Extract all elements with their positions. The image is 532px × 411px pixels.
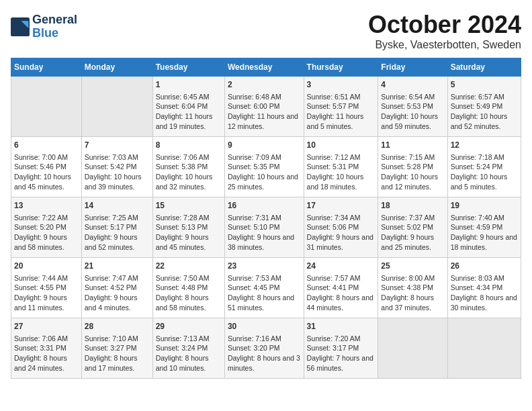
sunrise-text: Sunrise: 7:15 AM	[381, 152, 444, 163]
calendar-table: Sunday Monday Tuesday Wednesday Thursday…	[11, 58, 521, 379]
sunrise-text: Sunrise: 6:45 AM	[156, 92, 222, 102]
calendar-cell: 13Sunrise: 7:22 AMSunset: 5:20 PMDayligh…	[11, 197, 82, 258]
calendar-cell: 17Sunrise: 7:34 AMSunset: 5:06 PMDayligh…	[304, 197, 378, 258]
sunrise-text: Sunrise: 8:00 AM	[381, 273, 444, 283]
sunrise-text: Sunrise: 7:03 AM	[85, 152, 150, 163]
day-number: 20	[14, 261, 79, 272]
cell-content: 28Sunrise: 7:10 AMSunset: 3:27 PMDayligh…	[85, 321, 150, 373]
calendar-cell: 30Sunrise: 7:16 AMSunset: 3:20 PMDayligh…	[224, 318, 304, 379]
daylight-text: Daylight: 10 hours and 39 minutes.	[85, 172, 150, 191]
daylight-text: Daylight: 8 hours and 30 minutes.	[451, 293, 518, 312]
day-number: 26	[451, 261, 518, 272]
sunset-text: Sunset: 5:31 PM	[307, 162, 375, 172]
sunrise-text: Sunrise: 7:31 AM	[228, 213, 301, 223]
svg-rect-0	[11, 17, 30, 36]
daylight-text: Daylight: 9 hours and 38 minutes.	[228, 232, 301, 252]
sunset-text: Sunset: 4:41 PM	[307, 283, 375, 293]
sunset-text: Sunset: 4:48 PM	[156, 283, 222, 293]
calendar-cell: 8Sunrise: 7:06 AMSunset: 5:38 PMDaylight…	[152, 137, 224, 197]
sunset-text: Sunset: 3:27 PM	[85, 343, 150, 353]
daylight-text: Daylight: 9 hours and 4 minutes.	[85, 293, 150, 312]
calendar-body: 1Sunrise: 6:45 AMSunset: 6:04 PMDaylight…	[11, 77, 521, 379]
daylight-text: Daylight: 9 hours and 18 minutes.	[451, 232, 518, 252]
sunset-text: Sunset: 3:24 PM	[156, 343, 222, 353]
sunset-text: Sunset: 5:49 PM	[451, 101, 518, 111]
header: General Blue October 2024 Byske, Vaester…	[11, 11, 521, 51]
sunset-text: Sunset: 5:38 PM	[156, 162, 222, 172]
sunrise-text: Sunrise: 7:06 AM	[156, 152, 222, 163]
header-thursday: Thursday	[304, 58, 378, 77]
sunrise-text: Sunrise: 8:03 AM	[451, 273, 518, 283]
header-monday: Monday	[81, 58, 152, 77]
sunset-text: Sunset: 5:24 PM	[451, 162, 518, 172]
daylight-text: Daylight: 9 hours and 31 minutes.	[307, 232, 375, 252]
calendar-cell: 22Sunrise: 7:50 AMSunset: 4:48 PMDayligh…	[152, 258, 224, 318]
day-number: 17	[307, 200, 375, 212]
calendar-cell: 2Sunrise: 6:48 AMSunset: 6:00 PMDaylight…	[224, 77, 304, 137]
calendar-cell: 18Sunrise: 7:37 AMSunset: 5:02 PMDayligh…	[378, 197, 447, 258]
daylight-text: Daylight: 8 hours and 58 minutes.	[156, 293, 222, 312]
daylight-text: Daylight: 11 hours and 19 minutes.	[156, 111, 222, 131]
calendar-week-row: 20Sunrise: 7:44 AMSunset: 4:55 PMDayligh…	[11, 258, 521, 318]
day-number: 28	[85, 321, 150, 332]
sunset-text: Sunset: 3:31 PM	[14, 343, 79, 353]
sunset-text: Sunset: 5:35 PM	[228, 162, 301, 172]
header-friday: Friday	[378, 58, 447, 77]
sunset-text: Sunset: 5:46 PM	[14, 162, 79, 172]
sunrise-text: Sunrise: 7:50 AM	[156, 273, 222, 283]
daylight-text: Daylight: 10 hours and 18 minutes.	[307, 172, 375, 191]
daylight-text: Daylight: 9 hours and 25 minutes.	[381, 232, 444, 252]
cell-content: 30Sunrise: 7:16 AMSunset: 3:20 PMDayligh…	[228, 321, 301, 373]
sunrise-text: Sunrise: 7:20 AM	[307, 334, 375, 344]
daylight-text: Daylight: 10 hours and 25 minutes.	[228, 172, 301, 191]
cell-content: 3Sunrise: 6:51 AMSunset: 5:57 PMDaylight…	[307, 79, 375, 132]
sunset-text: Sunset: 5:17 PM	[85, 222, 150, 232]
cell-content: 2Sunrise: 6:48 AMSunset: 6:00 PMDaylight…	[228, 79, 301, 132]
header-saturday: Saturday	[447, 58, 521, 77]
sunset-text: Sunset: 4:34 PM	[451, 283, 518, 293]
sunrise-text: Sunrise: 7:12 AM	[307, 152, 375, 163]
sunrise-text: Sunrise: 7:06 AM	[14, 334, 79, 344]
calendar-cell: 21Sunrise: 7:47 AMSunset: 4:52 PMDayligh…	[81, 258, 152, 318]
sunrise-text: Sunrise: 7:25 AM	[85, 213, 150, 223]
cell-content: 23Sunrise: 7:53 AMSunset: 4:45 PMDayligh…	[228, 261, 301, 313]
cell-content: 20Sunrise: 7:44 AMSunset: 4:55 PMDayligh…	[14, 261, 79, 313]
calendar-cell: 3Sunrise: 6:51 AMSunset: 5:57 PMDaylight…	[304, 77, 378, 137]
calendar-cell: 20Sunrise: 7:44 AMSunset: 4:55 PMDayligh…	[11, 258, 82, 318]
calendar-cell: 11Sunrise: 7:15 AMSunset: 5:28 PMDayligh…	[378, 137, 447, 197]
calendar-cell: 15Sunrise: 7:28 AMSunset: 5:13 PMDayligh…	[152, 197, 224, 258]
calendar-cell: 25Sunrise: 8:00 AMSunset: 4:38 PMDayligh…	[378, 258, 447, 318]
cell-content: 7Sunrise: 7:03 AMSunset: 5:42 PMDaylight…	[85, 140, 150, 192]
day-number: 13	[14, 200, 79, 212]
daylight-text: Daylight: 9 hours and 11 minutes.	[14, 293, 79, 312]
daylight-text: Daylight: 10 hours and 5 minutes.	[451, 172, 518, 191]
main-title: October 2024	[368, 11, 521, 39]
sunrise-text: Sunrise: 7:16 AM	[228, 334, 301, 344]
calendar-cell: 27Sunrise: 7:06 AMSunset: 3:31 PMDayligh…	[11, 318, 82, 379]
calendar-cell: 5Sunrise: 6:57 AMSunset: 5:49 PMDaylight…	[447, 77, 521, 137]
day-number: 6	[14, 140, 79, 151]
sunrise-text: Sunrise: 7:57 AM	[307, 273, 375, 283]
day-number: 14	[85, 200, 150, 212]
sunrise-text: Sunrise: 6:51 AM	[307, 92, 375, 102]
sunrise-text: Sunrise: 6:54 AM	[381, 92, 444, 102]
sunset-text: Sunset: 4:55 PM	[14, 283, 79, 293]
header-tuesday: Tuesday	[152, 58, 224, 77]
calendar-cell: 23Sunrise: 7:53 AMSunset: 4:45 PMDayligh…	[224, 258, 304, 318]
daylight-text: Daylight: 8 hours and 17 minutes.	[85, 353, 150, 373]
calendar-week-row: 27Sunrise: 7:06 AMSunset: 3:31 PMDayligh…	[11, 318, 521, 379]
day-number: 23	[228, 261, 301, 272]
day-number: 21	[85, 261, 150, 272]
calendar-cell: 28Sunrise: 7:10 AMSunset: 3:27 PMDayligh…	[81, 318, 152, 379]
daylight-text: Daylight: 8 hours and 51 minutes.	[228, 293, 301, 312]
day-number: 31	[307, 321, 375, 332]
cell-content: 10Sunrise: 7:12 AMSunset: 5:31 PMDayligh…	[307, 140, 375, 192]
cell-content: 14Sunrise: 7:25 AMSunset: 5:17 PMDayligh…	[85, 200, 150, 253]
cell-content: 13Sunrise: 7:22 AMSunset: 5:20 PMDayligh…	[14, 200, 79, 253]
sunrise-text: Sunrise: 7:22 AM	[14, 213, 79, 223]
sunset-text: Sunset: 5:28 PM	[381, 162, 444, 172]
sunset-text: Sunset: 4:52 PM	[85, 283, 150, 293]
sunset-text: Sunset: 6:04 PM	[156, 101, 222, 111]
day-number: 19	[451, 200, 518, 212]
daylight-text: Daylight: 9 hours and 45 minutes.	[156, 232, 222, 252]
